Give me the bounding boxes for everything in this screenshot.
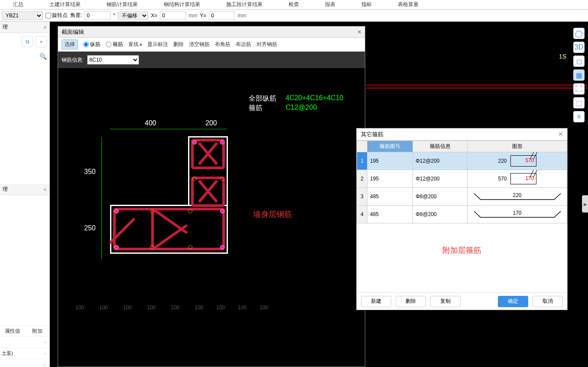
attr-panel-title: 理	[3, 186, 8, 193]
other-stirrups-dialog: 其它箍筋 × 箍筋图号 箍筋信息 图形 1 195 Φ12@200 220╱╱5…	[356, 128, 568, 310]
summary-longitudinal-value: 4C20+4C16+4C10	[286, 94, 343, 102]
angle-label: 角度:	[70, 12, 82, 19]
view-3d-icon[interactable]: 3D	[573, 42, 585, 53]
close-icon[interactable]: ×	[558, 130, 563, 139]
editor-canvas[interactable]: 全部纵筋 4C20+4C16+4C10 箍筋 C12@200 400 200 3…	[58, 68, 365, 367]
close-icon[interactable]: ×	[43, 24, 47, 31]
longitudinal-radio[interactable]: 纵筋	[83, 41, 101, 48]
summary-stirrup-value: C12@200	[286, 104, 317, 111]
dim-200: 200	[205, 119, 217, 127]
dialog-title: 其它箍筋	[361, 131, 383, 138]
summary-stirrup-label: 箍筋	[249, 104, 263, 113]
select-button[interactable]: 选择	[62, 39, 78, 49]
angle-deg: °	[113, 13, 115, 19]
copy-button[interactable]: 复制	[430, 296, 461, 307]
dim-250: 250	[84, 224, 96, 232]
dim-400: 400	[145, 119, 156, 127]
grid-label: 100	[238, 305, 247, 311]
table-row[interactable]: 3 485 Φ8@200 220	[357, 188, 567, 206]
top-menu: 汇总 土建计算结果 钢筋计算结果 钢结构计算结果 施工段计算结果 检查 报表 指…	[0, 0, 588, 10]
delete-button[interactable]: 删除	[396, 296, 426, 307]
table-row[interactable]: 2 195 Φ12@200 570╱╱170	[357, 170, 567, 188]
menu-summary[interactable]: 汇总	[0, 1, 36, 8]
rebar-info-label: 钢筋信息:	[62, 56, 84, 64]
dim-350: 350	[84, 168, 96, 176]
element-select[interactable]: YBZ1	[2, 11, 43, 20]
y-input[interactable]	[209, 11, 235, 20]
copy-icon[interactable]: ⧉	[22, 36, 33, 47]
col-number[interactable]: 箍筋图号	[367, 141, 413, 152]
attr-row[interactable]: 土泵)○	[0, 348, 49, 359]
view-orbit-icon[interactable]: ◯	[573, 28, 585, 39]
menu-report[interactable]: 报表	[312, 1, 348, 8]
y-label: Y=	[200, 13, 206, 19]
offset-select[interactable]: 不偏移	[118, 11, 148, 20]
angle-input[interactable]	[84, 11, 110, 20]
table-row[interactable]: 4 485 Φ8@200 170	[357, 206, 567, 223]
menu-civil[interactable]: 土建计算结果	[36, 1, 94, 8]
stirrup-radio[interactable]: 箍筋	[106, 41, 123, 48]
grid-label: 100	[216, 305, 225, 311]
left-panel: 理 × ⧉ » 🔍 理 × 属性值 附加 ○土泵)○○○高○高○○○85,485…	[0, 22, 50, 367]
x-unit: mm	[188, 13, 197, 19]
close-icon[interactable]: ×	[357, 28, 361, 36]
view-bounds-icon[interactable]: ⛶	[573, 83, 585, 95]
expand-icon[interactable]: »	[36, 36, 47, 47]
toolbar: YBZ1 旋转点 角度: ° 不偏移 X= mm Y= mm	[0, 10, 588, 22]
grid-label: 100	[171, 305, 179, 311]
delete-button[interactable]: 删除	[173, 41, 184, 48]
rotate-point-checkbox[interactable]: 旋转点	[45, 11, 68, 20]
stirrup-table: 箍筋图号 箍筋信息 图形 1 195 Φ12@200 220╱╱570 2 19…	[357, 141, 567, 223]
corner-rebar-button[interactable]: 布角筋	[215, 41, 231, 48]
menu-rebar[interactable]: 钢筋计算结果	[94, 1, 151, 8]
menu-index[interactable]: 指标	[348, 1, 385, 8]
ok-button[interactable]: 确定	[498, 296, 528, 307]
clear-rebar-button[interactable]: 清空钢筋	[189, 41, 210, 48]
show-dim-button[interactable]: 显示标注	[147, 41, 168, 48]
menu-check[interactable]: 检查	[276, 1, 312, 8]
x-label: X=	[151, 13, 157, 19]
side-rebar-button[interactable]: 布边筋	[236, 41, 251, 48]
search-icon[interactable]: 🔍	[39, 53, 47, 60]
grid-label: 100	[260, 305, 268, 311]
view-top-icon[interactable]: ▦	[573, 69, 585, 81]
menu-construction[interactable]: 施工段计算结果	[213, 1, 276, 8]
grid-label: 100	[75, 305, 84, 311]
menu-steel[interactable]: 钢结构计算结果	[151, 1, 213, 8]
view-box-icon[interactable]: ⬚	[573, 97, 585, 108]
grid-label: 100	[147, 305, 156, 311]
cancel-button[interactable]: 取消	[533, 296, 563, 307]
col-info[interactable]: 箍筋信息	[413, 141, 468, 152]
y-unit: mm	[237, 13, 246, 19]
menu-table[interactable]: 表格算量	[385, 1, 432, 8]
line-dropdown[interactable]: 直线	[128, 41, 142, 48]
new-button[interactable]: 新建	[361, 296, 391, 307]
view-list-icon[interactable]: ≡	[573, 111, 585, 122]
summary-longitudinal-label: 全部纵筋	[249, 94, 276, 103]
wall-rebar-label: 墙身层钢筋	[253, 209, 292, 220]
marker-1s: 1S	[559, 53, 566, 60]
grid-label: 100	[99, 305, 108, 311]
close-icon-2[interactable]: ×	[43, 186, 47, 193]
align-rebar-button[interactable]: 对齐钢筋	[257, 41, 277, 48]
grid-label: 100	[195, 305, 203, 311]
grid-label: 100	[123, 305, 132, 311]
x-input[interactable]	[160, 11, 186, 20]
view-cube-icon[interactable]: ◻	[573, 56, 585, 67]
table-row[interactable]: 1 195 Φ12@200 220╱╱570	[357, 152, 567, 170]
left-panel-title: 理	[3, 23, 8, 31]
attr-row[interactable]: ○	[0, 359, 49, 367]
attr-header-value: 属性值	[0, 326, 25, 336]
col-shape[interactable]: 图形	[468, 141, 567, 152]
window-title: 截面编辑	[62, 28, 84, 36]
rebar-info-select[interactable]: 8C10	[87, 55, 139, 65]
attr-header-extra: 附加	[25, 326, 49, 336]
additional-stirrup-label: 附加层箍筋	[357, 223, 567, 277]
section-editor-window: 截面编辑 × 选择 纵筋 箍筋 直线 显示标注 删除 清空钢筋 布角筋 布边筋 …	[58, 26, 365, 367]
right-toolbar: ◯ 3D ◻ ▦ ⛶ ⬚ ≡	[573, 28, 586, 122]
attr-row[interactable]: ○	[0, 337, 49, 348]
right-collapse-tab[interactable]: ▸	[582, 195, 588, 213]
